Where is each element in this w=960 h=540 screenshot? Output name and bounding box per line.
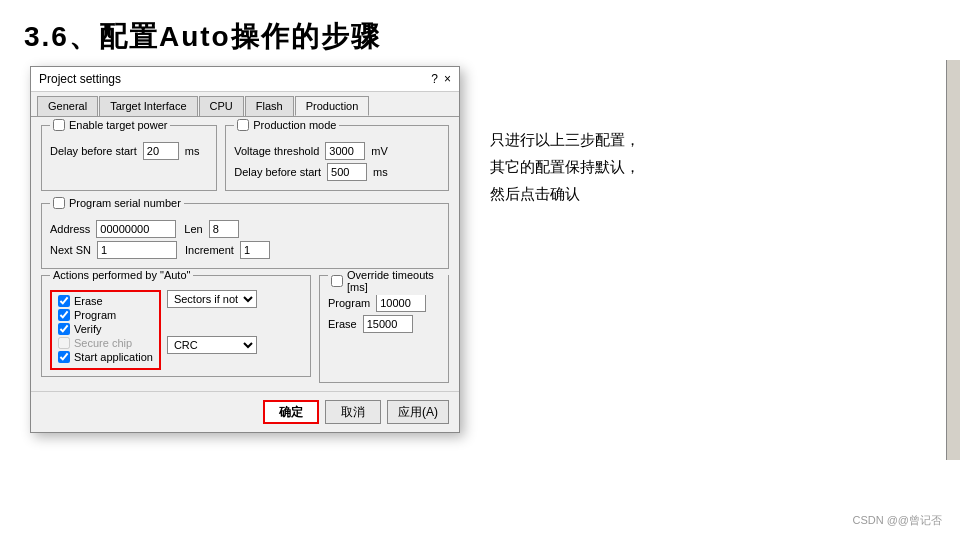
erase-checkbox[interactable]: [58, 295, 70, 307]
voltage-unit: mV: [371, 145, 388, 157]
tab-flash[interactable]: Flash: [245, 96, 294, 116]
start-app-checkbox[interactable]: [58, 351, 70, 363]
override-timeouts-checkbox[interactable]: [331, 275, 343, 287]
cancel-button[interactable]: 取消: [325, 400, 381, 424]
program-serial-legend: Program serial number: [50, 197, 184, 211]
nextsn-input[interactable]: [97, 241, 177, 259]
page-title: 3.6、配置Auto操作的步骤: [0, 0, 960, 66]
scrollbar[interactable]: [946, 60, 960, 460]
actions-dropdowns: Sectors if not blan CRC: [167, 290, 257, 370]
note-line1: 只进行以上三步配置，: [490, 126, 640, 153]
erase-label: Erase: [74, 295, 103, 307]
delay-before-start-input[interactable]: [143, 142, 179, 160]
confirm-button[interactable]: 确定: [263, 400, 319, 424]
dialog-titlebar: Project settings ? ×: [31, 67, 459, 92]
program-checkbox[interactable]: [58, 309, 70, 321]
enable-target-power-checkbox[interactable]: [53, 119, 65, 131]
address-label: Address: [50, 223, 90, 235]
close-button[interactable]: ×: [444, 72, 451, 86]
verify-checkbox-label[interactable]: Verify: [58, 323, 153, 335]
program-serial-checkbox[interactable]: [53, 197, 65, 209]
crc-dropdown[interactable]: CRC: [167, 336, 257, 354]
program-serial-section: Program serial number Address Len: [41, 203, 449, 269]
note-line3: 然后点击确认: [490, 180, 640, 207]
sidebar-note: 只进行以上三步配置， 其它的配置保持默认， 然后点击确认: [490, 66, 640, 433]
program-timeout-label: Program: [328, 297, 370, 309]
actions-checkboxes: Erase Program Verify: [50, 290, 161, 370]
secure-chip-checkbox: [58, 337, 70, 349]
increment-label: Increment: [185, 244, 234, 256]
dialog-body: Enable target power Delay before start m…: [31, 117, 459, 391]
tab-bar: General Target Interface CPU Flash Produ…: [31, 92, 459, 117]
len-label: Len: [184, 223, 202, 235]
prod-delay-unit: ms: [373, 166, 388, 178]
erase-timeout-label: Erase: [328, 318, 357, 330]
start-app-checkbox-label[interactable]: Start application: [58, 351, 153, 363]
dialog-footer: 确定 取消 应用(A): [31, 391, 459, 432]
delay-unit: ms: [185, 145, 200, 157]
tab-production[interactable]: Production: [295, 96, 370, 116]
tab-target-interface[interactable]: Target Interface: [99, 96, 197, 116]
program-checkbox-label[interactable]: Program: [58, 309, 153, 321]
prod-delay-input[interactable]: [327, 163, 367, 181]
override-timeouts-section: Override timeouts [ms] Program Erase: [319, 275, 449, 383]
note-line2: 其它的配置保持默认，: [490, 153, 640, 180]
verify-label: Verify: [74, 323, 102, 335]
tab-cpu[interactable]: CPU: [199, 96, 244, 116]
production-mode-section: Production mode Voltage threshold mV Del…: [225, 125, 449, 191]
verify-checkbox[interactable]: [58, 323, 70, 335]
enable-target-power-legend: Enable target power: [50, 119, 170, 133]
voltage-threshold-input[interactable]: [325, 142, 365, 160]
secure-chip-checkbox-label: Secure chip: [58, 337, 153, 349]
start-app-label: Start application: [74, 351, 153, 363]
help-button[interactable]: ?: [431, 72, 438, 86]
tab-general[interactable]: General: [37, 96, 98, 116]
dialog-title: Project settings: [39, 72, 121, 86]
erase-checkbox-label[interactable]: Erase: [58, 295, 153, 307]
program-timeout-input[interactable]: [376, 294, 426, 312]
production-mode-legend: Production mode: [234, 119, 339, 133]
actions-section: Actions performed by "Auto" Erase Progra…: [41, 275, 311, 377]
erase-timeout-input[interactable]: [363, 315, 413, 333]
enable-target-power-section: Enable target power Delay before start m…: [41, 125, 217, 191]
production-mode-checkbox[interactable]: [237, 119, 249, 131]
voltage-threshold-label: Voltage threshold: [234, 145, 319, 157]
nextsn-label: Next SN: [50, 244, 91, 256]
program-label: Program: [74, 309, 116, 321]
apply-button[interactable]: 应用(A): [387, 400, 449, 424]
increment-input[interactable]: [240, 241, 270, 259]
actions-legend: Actions performed by "Auto": [50, 269, 193, 281]
prod-delay-label: Delay before start: [234, 166, 321, 178]
project-settings-dialog: Project settings ? × General Target Inte…: [30, 66, 460, 433]
secure-chip-label: Secure chip: [74, 337, 132, 349]
address-input[interactable]: [96, 220, 176, 238]
len-input[interactable]: [209, 220, 239, 238]
sectors-dropdown[interactable]: Sectors if not blan: [167, 290, 257, 308]
watermark: CSDN @@曾记否: [852, 513, 942, 528]
delay-before-start-label: Delay before start: [50, 145, 137, 157]
override-timeouts-legend: Override timeouts [ms]: [328, 269, 448, 295]
